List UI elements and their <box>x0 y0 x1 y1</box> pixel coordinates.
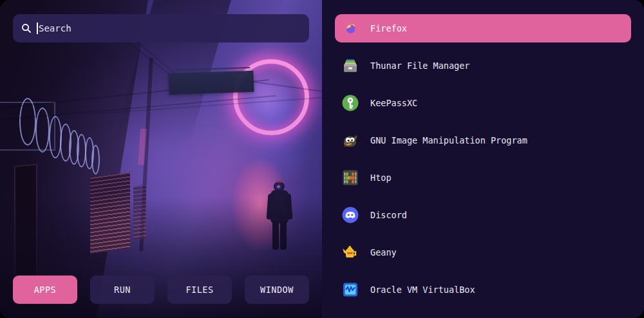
app-row-oracle-vm-virtualbox[interactable]: Oracle VM VirtualBox <box>335 276 631 304</box>
wallpaper <box>0 0 322 318</box>
search-bar[interactable] <box>13 14 309 42</box>
app-row-thunar-file-manager[interactable]: Thunar File Manager <box>335 51 631 80</box>
htop-icon <box>341 169 359 187</box>
app-label: Discord <box>370 210 407 220</box>
thunar-icon <box>341 57 359 75</box>
tab-files[interactable]: FILES <box>167 276 232 304</box>
app-row-geany[interactable]: Geany <box>335 238 631 267</box>
left-panel: APPSRUNFILESWINDOW <box>0 0 322 318</box>
app-label: Oracle VM VirtualBox <box>370 285 475 295</box>
search-icon <box>21 23 32 33</box>
app-label: KeePassXC <box>370 98 417 108</box>
app-row-htop[interactable]: Htop <box>335 164 631 192</box>
tab-window[interactable]: WINDOW <box>245 276 309 304</box>
gimp-icon <box>341 131 359 149</box>
firefox-icon <box>341 19 359 37</box>
virtualbox-icon <box>341 281 359 299</box>
discord-icon <box>341 206 359 224</box>
launcher-window: APPSRUNFILESWINDOW FirefoxThunar File Ma… <box>0 0 644 318</box>
app-label: Htop <box>370 173 392 183</box>
wallpaper-floor-fog <box>0 0 322 318</box>
keepassxc-icon <box>341 94 359 112</box>
tab-bar: APPSRUNFILESWINDOW <box>13 276 309 304</box>
app-label: Thunar File Manager <box>370 61 469 71</box>
app-list: FirefoxThunar File ManagerKeePassXCGNU I… <box>322 0 644 318</box>
app-label: GNU Image Manipulation Program <box>370 135 527 145</box>
app-label: Geany <box>370 247 397 257</box>
app-row-firefox[interactable]: Firefox <box>335 14 631 42</box>
search-input[interactable] <box>39 23 301 33</box>
geany-icon <box>341 243 359 261</box>
app-row-keepassxc[interactable]: KeePassXC <box>335 89 631 117</box>
app-label: Firefox <box>370 23 407 33</box>
tab-run[interactable]: RUN <box>90 276 155 304</box>
tab-apps[interactable]: APPS <box>13 276 77 304</box>
app-row-gnu-image-manipulation-program[interactable]: GNU Image Manipulation Program <box>335 126 631 154</box>
text-cursor <box>37 23 38 34</box>
app-row-discord[interactable]: Discord <box>335 201 631 229</box>
